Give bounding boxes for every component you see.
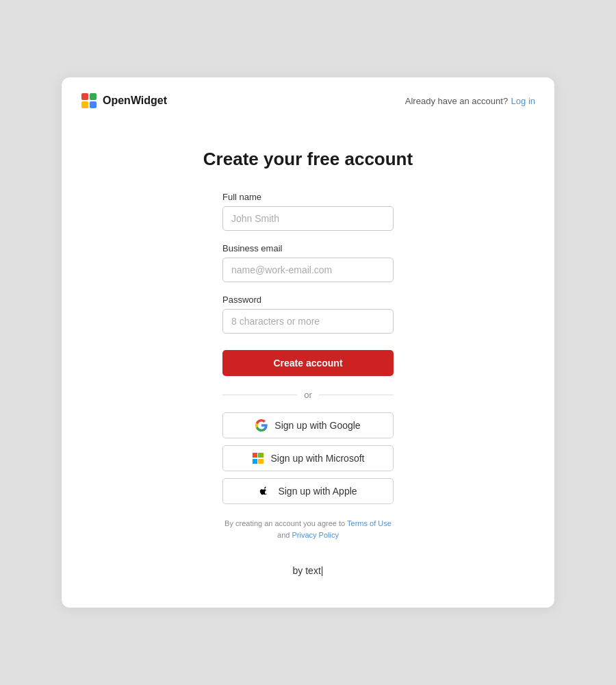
- password-label: Password: [222, 295, 394, 305]
- logo-text: OpenWidget: [103, 95, 167, 107]
- divider: or: [222, 390, 394, 400]
- logo-icon: [81, 92, 97, 109]
- full-name-input[interactable]: [222, 206, 394, 231]
- terms-text: By creating an account you agree to Term…: [222, 518, 394, 540]
- create-account-button[interactable]: Create account: [222, 350, 394, 376]
- full-name-group: Full name: [222, 192, 394, 231]
- form-wrapper: Full name Business email Password Create…: [222, 192, 394, 540]
- privacy-policy-link[interactable]: Privacy Policy: [292, 531, 338, 539]
- apple-signup-button[interactable]: Sign up with Apple: [222, 478, 394, 504]
- apple-btn-label: Sign up with Apple: [278, 486, 357, 497]
- signup-card: OpenWidget Already have an account? Log …: [62, 77, 554, 608]
- svg-rect-1: [90, 93, 97, 100]
- email-group: Business email: [222, 243, 394, 282]
- svg-rect-3: [90, 101, 97, 108]
- already-text: Already have an account?: [405, 96, 508, 106]
- password-group: Password: [222, 295, 394, 334]
- form-section: Create your free account Full name Busin…: [62, 121, 554, 554]
- footer-brand: by text|: [62, 554, 554, 580]
- header-login-section: Already have an account? Log in: [405, 95, 535, 107]
- terms-of-use-link[interactable]: Terms of Use: [347, 519, 392, 527]
- card-header: OpenWidget Already have an account? Log …: [62, 77, 554, 121]
- google-btn-label: Sign up with Google: [274, 420, 360, 431]
- email-input[interactable]: [222, 258, 394, 282]
- page-title: Create your free account: [203, 149, 413, 170]
- full-name-label: Full name: [222, 192, 394, 202]
- microsoft-icon: [252, 452, 264, 464]
- divider-line-left: [222, 395, 297, 395]
- password-input[interactable]: [222, 309, 394, 334]
- email-label: Business email: [222, 243, 394, 253]
- apple-icon: [259, 485, 271, 497]
- google-icon: [255, 419, 268, 432]
- google-signup-button[interactable]: Sign up with Google: [222, 412, 394, 438]
- divider-line-right: [319, 395, 394, 395]
- svg-rect-2: [81, 101, 88, 108]
- logo-container: OpenWidget: [81, 92, 167, 109]
- svg-rect-0: [81, 93, 88, 100]
- microsoft-btn-label: Sign up with Microsoft: [271, 453, 365, 464]
- microsoft-signup-button[interactable]: Sign up with Microsoft: [222, 445, 394, 471]
- divider-text: or: [304, 390, 312, 400]
- login-link[interactable]: Log in: [511, 96, 535, 106]
